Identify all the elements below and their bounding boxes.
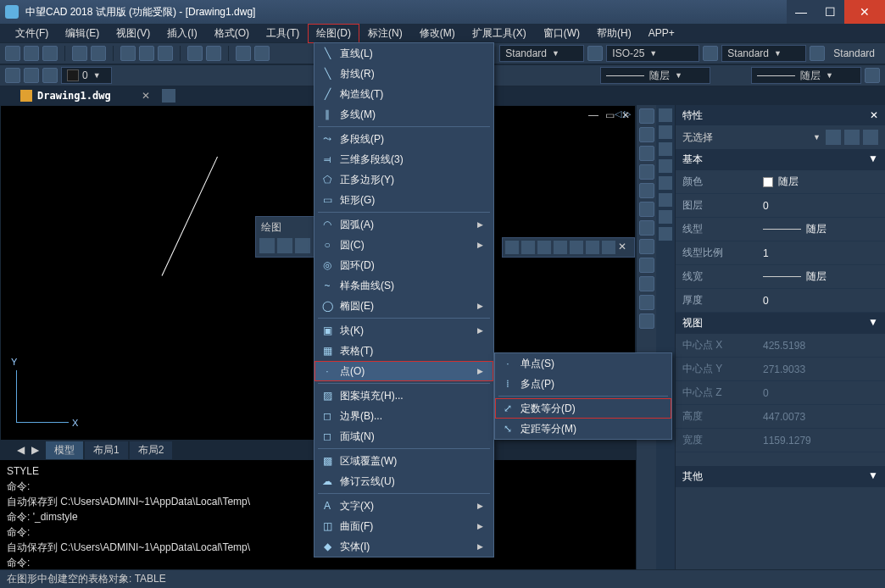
vtb2-mirror-icon[interactable]	[659, 142, 672, 156]
vtb2-array-icon[interactable]	[659, 176, 672, 190]
vtab-left-icon[interactable]: ◀	[17, 444, 25, 456]
mi-circle[interactable]: ○圆(C)▶	[314, 235, 493, 255]
vtab-model[interactable]: 模型	[46, 441, 83, 459]
properties-close-icon[interactable]: ✕	[870, 109, 878, 121]
menu-format[interactable]: 格式(O)	[206, 24, 258, 43]
table-style-combo[interactable]: Standard▼	[721, 45, 806, 62]
vtb2-copy-icon[interactable]	[659, 125, 672, 139]
mi-hatch[interactable]: ▨图案填充(H)...	[314, 386, 493, 406]
layer-combo[interactable]: 0▼	[61, 67, 112, 84]
text-style-combo[interactable]: Standard▼	[499, 45, 584, 62]
menu-ext-tools[interactable]: 扩展工具(X)	[464, 24, 535, 43]
menu-tools[interactable]: 工具(T)	[258, 24, 308, 43]
new-icon[interactable]	[5, 46, 20, 61]
mleader-style-combo[interactable]: Standard	[828, 47, 880, 59]
vtb2-offset-icon[interactable]	[659, 159, 672, 173]
mf-close-icon[interactable]: ✕	[618, 241, 632, 254]
ft-xline-icon[interactable]	[277, 238, 292, 253]
vtb2-scale-icon[interactable]	[659, 227, 672, 241]
vtb-trim-icon[interactable]	[639, 202, 654, 217]
vtab-layout1[interactable]: 布局1	[85, 441, 128, 459]
selection-type[interactable]: 无选择	[682, 130, 713, 145]
mi-pline3d[interactable]: ⫤三维多段线(3)	[314, 149, 493, 169]
menu-dimension[interactable]: 标注(N)	[359, 24, 411, 43]
vtb-rotate-icon[interactable]	[639, 183, 654, 198]
redo-icon[interactable]	[206, 46, 221, 61]
prop-lweight-value[interactable]: 随层	[763, 269, 827, 284]
mi-wipeout[interactable]: ▩区域覆盖(W)	[314, 451, 493, 471]
paste-icon[interactable]	[158, 46, 173, 61]
squares-icon[interactable]	[865, 68, 880, 83]
prop-layer-value[interactable]: 0	[763, 198, 769, 213]
menu-help[interactable]: 帮助(H)	[588, 24, 640, 43]
mf-icon-7[interactable]	[602, 241, 615, 254]
ft-pline-icon[interactable]	[295, 238, 310, 253]
menu-edit[interactable]: 编辑(E)	[57, 24, 108, 43]
mi-solid[interactable]: ◆实体(I)▶	[314, 536, 493, 557]
mi-mline[interactable]: ∥多线(M)	[314, 104, 493, 125]
mi-polygon[interactable]: ⬠正多边形(Y)	[314, 169, 493, 190]
vtb-distance-icon[interactable]	[639, 108, 654, 124]
mi-block[interactable]: ▣块(K)▶	[314, 320, 493, 341]
midfloat-toolbar[interactable]: ✕	[502, 237, 635, 258]
mi-spline[interactable]: ~样条曲线(S)	[314, 275, 493, 296]
smi-multi-point[interactable]: ⁞多点(P)	[495, 374, 671, 394]
layer-sun-icon[interactable]	[24, 68, 39, 83]
vtb-area-icon[interactable]	[639, 127, 654, 142]
floating-draw-toolbar[interactable]: 绘图	[255, 216, 314, 258]
close-button[interactable]: ✕	[844, 0, 885, 24]
close-tab-icon[interactable]: ✕	[142, 90, 150, 102]
new-tab-icon[interactable]	[162, 89, 175, 103]
menu-window[interactable]: 窗口(W)	[535, 24, 588, 43]
menu-file[interactable]: 文件(F)	[7, 24, 57, 43]
mi-surface[interactable]: ◫曲面(F)▶	[314, 516, 493, 536]
doc-tab-drawing1[interactable]: Drawing1.dwg ✕	[20, 90, 150, 102]
vtb-chamfer-icon[interactable]	[639, 258, 654, 273]
vtab-layout2[interactable]: 布局2	[130, 441, 173, 459]
prop-thick-value[interactable]: 0	[763, 293, 769, 308]
menu-insert[interactable]: 插入(I)	[159, 24, 205, 43]
save-icon[interactable]	[42, 46, 58, 61]
mi-pline[interactable]: ⤳多段线(P)	[314, 129, 493, 149]
maximize-button[interactable]: ☐	[815, 0, 844, 24]
open-icon[interactable]	[24, 46, 39, 61]
mf-icon-6[interactable]	[586, 241, 599, 254]
menu-modify[interactable]: 修改(M)	[411, 24, 464, 43]
preview-icon[interactable]	[91, 46, 106, 61]
smi-measure[interactable]: ⤡定距等分(M)	[495, 419, 671, 439]
doc-minimize-icon[interactable]: —	[588, 109, 598, 121]
mi-donut[interactable]: ◎圆环(D)	[314, 255, 493, 275]
minimize-button[interactable]: —	[787, 0, 815, 24]
prop-btn3-icon[interactable]	[863, 130, 878, 145]
mi-ellipse[interactable]: ◯椭圆(E)▶	[314, 296, 493, 316]
mi-ray[interactable]: ╲射线(R)	[314, 64, 493, 84]
prop-btn2-icon[interactable]	[844, 130, 860, 145]
dim-style-combo[interactable]: ISO-25▼	[606, 45, 699, 62]
mf-icon-3[interactable]	[537, 241, 551, 254]
mi-region[interactable]: ◻面域(N)	[314, 426, 493, 447]
mf-icon-5[interactable]	[570, 241, 583, 254]
color-by-layer-combo[interactable]: 随层▼	[600, 67, 710, 84]
layer-props-icon[interactable]	[5, 68, 20, 83]
vtb-mirror-icon[interactable]	[639, 146, 654, 161]
prop-btn1-icon[interactable]	[826, 130, 841, 145]
zoom-icon[interactable]	[236, 46, 251, 61]
prop-ltype-value[interactable]: 随层	[763, 222, 827, 236]
mi-revcloud[interactable]: ☁修订云线(U)	[314, 471, 493, 491]
mf-icon-4[interactable]	[554, 241, 567, 254]
prop-color-value[interactable]: 随层	[763, 175, 799, 189]
vtab-right-icon[interactable]: ▶	[31, 444, 39, 456]
mi-table[interactable]: ▦表格(T)	[314, 341, 493, 361]
section-other[interactable]: 其他▼	[676, 466, 885, 487]
mf-icon-1[interactable]	[505, 241, 519, 254]
vtb-extend-icon[interactable]	[639, 220, 654, 236]
vtb-text-icon[interactable]	[639, 295, 654, 310]
doc-restore-icon[interactable]: ▭	[605, 109, 615, 121]
mi-rect[interactable]: ▭矩形(G)	[314, 190, 493, 210]
menu-draw[interactable]: 绘图(D)	[308, 24, 359, 43]
print-icon[interactable]	[72, 46, 87, 61]
section-view[interactable]: 视图▼	[676, 313, 885, 334]
mi-xline[interactable]: ╱构造线(T)	[314, 84, 493, 104]
tblstyle-icon[interactable]	[703, 46, 718, 61]
vtb-fillet-icon[interactable]	[639, 276, 654, 291]
